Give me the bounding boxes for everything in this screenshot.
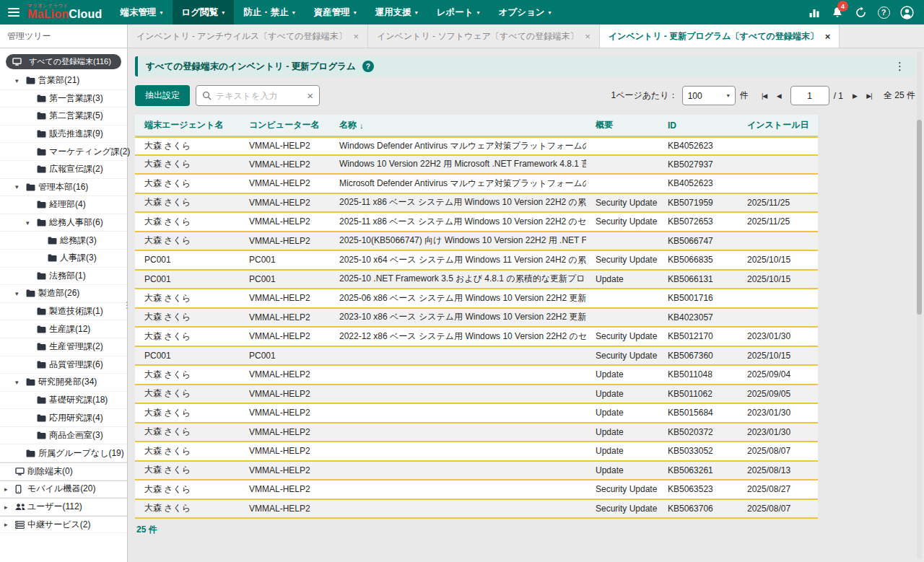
prev-page-button[interactable]: ◀ xyxy=(772,92,786,100)
column-header[interactable]: インストール日 xyxy=(738,119,818,131)
tree-item[interactable]: 第二営業課(5) xyxy=(0,107,127,126)
table-row[interactable]: 大森 さくらVMMAL-HELP2UpdateKB50110622025/09/… xyxy=(135,385,818,405)
table-row[interactable]: 大森 さくらVMMAL-HELP22025-10(KB5066747) 向け W… xyxy=(135,232,818,252)
tree-collapse-icon[interactable]: ▾ xyxy=(26,219,37,227)
tree-item[interactable]: ▸ユーザー(112) xyxy=(0,498,127,516)
table-cell: 2025/10/15 xyxy=(738,351,818,361)
reload-icon[interactable] xyxy=(850,2,871,22)
table-row[interactable]: 大森 さくらVMMAL-HELP2UpdateKB50330522025/08/… xyxy=(135,442,818,462)
table-row[interactable]: 大森 さくらVMMAL-HELP2Windows 10 Version 22H2… xyxy=(135,156,818,175)
table-row[interactable]: 大森 さくらVMMAL-HELP2Windows Defender Antivi… xyxy=(135,136,818,156)
clear-search-icon[interactable]: × xyxy=(307,89,313,102)
last-page-button[interactable]: ▶| xyxy=(862,92,876,100)
tree-item[interactable]: 総務課(3) xyxy=(0,232,127,250)
search-input[interactable] xyxy=(216,91,302,101)
table-cell: Update xyxy=(586,446,658,456)
tree-collapse-icon[interactable]: ▾ xyxy=(15,183,26,190)
tree-item[interactable]: ▾研究開発部(34) xyxy=(0,374,127,392)
table-row[interactable]: 大森 さくらVMMAL-HELP2UpdateKB50110482025/09/… xyxy=(135,366,818,385)
help-icon[interactable]: ? xyxy=(873,2,894,22)
table-row[interactable]: 大森 さくらVMMAL-HELP2Security UpdateKB506352… xyxy=(135,480,818,500)
nav-menu-item[interactable]: 運用支援▾ xyxy=(366,0,427,25)
tree-item[interactable]: 所属グループなし(19) xyxy=(0,444,127,462)
table-row[interactable]: PC001PC001Security UpdateKB50673602025/1… xyxy=(135,347,818,366)
table-row[interactable]: 大森 さくらVMMAL-HELP22022-12 x86 ベース システム用 W… xyxy=(135,328,818,347)
table-row[interactable]: 大森 さくらVMMAL-HELP22025-11 x86 ベース システム用 W… xyxy=(135,194,818,214)
panel-splitter-handle[interactable]: ⋮ xyxy=(123,294,131,316)
next-page-button[interactable]: ▶ xyxy=(847,92,862,100)
tree-item-label: 第二営業課(5) xyxy=(49,110,103,122)
app-logo[interactable]: マリオンクラウド MaLionCloud xyxy=(27,4,103,21)
tab-close-icon[interactable]: × xyxy=(353,31,359,42)
vertical-scrollbar[interactable] xyxy=(917,51,922,559)
tree-item[interactable]: 品質管理課(6) xyxy=(0,356,127,374)
nav-menu-item[interactable]: 資産管理▾ xyxy=(305,0,366,25)
tree-collapse-icon[interactable]: ▾ xyxy=(15,77,26,84)
hamburger-menu-icon[interactable] xyxy=(0,0,27,25)
tree-item[interactable]: ▸モバイル機器(20) xyxy=(0,480,127,499)
table-row[interactable]: PC001PC0012025-10 .NET Framework 3.5 および… xyxy=(135,271,818,290)
tree-item[interactable]: ▸中継サービス(2) xyxy=(0,516,127,534)
tree-item[interactable]: 削除端末(0) xyxy=(0,462,127,480)
column-header[interactable]: ID xyxy=(658,120,738,131)
tree-item[interactable]: 経理部(4) xyxy=(0,196,127,214)
tree-item[interactable]: 法務部(1) xyxy=(0,268,127,286)
table-row[interactable]: PC001PC0012025-10 x64 ベース システム用 Windows … xyxy=(135,251,818,271)
first-page-button[interactable]: |◀ xyxy=(757,92,772,100)
nav-menu-item[interactable]: ログ閲覧▾ xyxy=(173,0,235,25)
per-page-select[interactable]: 100 ▾ xyxy=(682,86,736,105)
column-header[interactable]: 名称↓ xyxy=(330,119,586,131)
kebab-menu-icon[interactable]: ⋮ xyxy=(892,60,907,73)
nav-menu-item[interactable]: レポート▾ xyxy=(427,0,489,25)
tree-expand-icon[interactable]: ▸ xyxy=(4,486,15,493)
tree-item[interactable]: ▾管理本部(16) xyxy=(0,179,127,197)
table-row[interactable]: 大森 さくらVMMAL-HELP2UpdateKB50203722023/01/… xyxy=(135,423,818,443)
tree-item[interactable]: 生産課(12) xyxy=(0,320,127,338)
tab[interactable]: インベントリ - ソフトウェア〔すべての登録端末〕× xyxy=(368,25,600,48)
tree-expand-icon[interactable]: ▸ xyxy=(4,521,15,528)
column-header[interactable]: 端末エージェント名 xyxy=(135,119,240,131)
extract-settings-button[interactable]: 抽出設定 xyxy=(135,85,190,106)
tree-item[interactable]: 広報宣伝課(2) xyxy=(0,161,127,179)
table-row[interactable]: 大森 さくらVMMAL-HELP22025-11 x86 ベース システム用 W… xyxy=(135,213,818,232)
nav-menu-item[interactable]: 端末管理▾ xyxy=(111,0,173,25)
table-row[interactable]: 大森 さくらVMMAL-HELP22023-10 x86 ベース システム用 W… xyxy=(135,309,818,328)
page-number-input[interactable] xyxy=(790,86,829,105)
help-badge-icon[interactable]: ? xyxy=(362,61,374,72)
tab-close-icon[interactable]: × xyxy=(585,31,590,42)
tree-item-label: 営業部(21) xyxy=(38,74,79,87)
tree-item[interactable]: 生産管理課(2) xyxy=(0,338,127,356)
tree-item[interactable]: マーケティング課(2) xyxy=(0,143,127,161)
tree-item[interactable]: 応用研究課(4) xyxy=(0,409,127,427)
tree-item[interactable]: 製造技術課(1) xyxy=(0,303,127,321)
usage-chart-icon[interactable] xyxy=(804,2,824,22)
tree-item[interactable]: 販売推進課(9) xyxy=(0,126,127,144)
table-cell: 2023/01/30 xyxy=(738,408,818,418)
tab[interactable]: インベントリ - アンチウイルス〔すべての登録端末〕× xyxy=(128,25,368,48)
tree-item[interactable]: ▾営業部(21) xyxy=(0,72,127,90)
account-icon[interactable] xyxy=(897,2,917,22)
tree-item[interactable]: 人事課(3) xyxy=(0,250,127,268)
tree-item[interactable]: 商品企画室(3) xyxy=(0,427,127,445)
table-row[interactable]: 大森 さくらVMMAL-HELP2UpdateKB50156842023/01/… xyxy=(135,404,818,423)
nav-menu-item[interactable]: オプション▾ xyxy=(489,0,561,25)
tab-close-icon[interactable]: × xyxy=(825,31,831,42)
table-row[interactable]: 大森 さくらVMMAL-HELP22025-06 x86 ベース システム用 W… xyxy=(135,289,818,309)
tree-item[interactable]: 基礎研究課(18) xyxy=(0,392,127,410)
tab[interactable]: インベントリ - 更新プログラム〔すべての登録端末〕× xyxy=(600,25,840,48)
column-header[interactable]: コンピューター名 xyxy=(240,119,330,131)
tree-item[interactable]: ▾総務人事部(6) xyxy=(0,214,127,232)
notifications-bell-icon[interactable]: 4 xyxy=(827,2,847,22)
tree-collapse-icon[interactable]: ▾ xyxy=(15,290,26,297)
scrollbar-thumb[interactable] xyxy=(917,120,922,315)
tree-collapse-icon[interactable]: ▾ xyxy=(15,379,26,386)
table-row[interactable]: 大森 さくらVMMAL-HELP2UpdateKB50632612025/08/… xyxy=(135,462,818,481)
table-row[interactable]: 大森 さくらVMMAL-HELP2Microsoft Defender Anti… xyxy=(135,175,818,194)
tree-root-all-devices[interactable]: すべての登録端末(116) xyxy=(6,54,121,69)
column-header[interactable]: 概要 xyxy=(586,119,658,131)
nav-menu-item[interactable]: 防止・禁止▾ xyxy=(234,0,305,25)
tree-item[interactable]: 第一営業課(3) xyxy=(0,90,127,108)
tree-expand-icon[interactable]: ▸ xyxy=(4,504,15,511)
table-row[interactable]: 大森 さくらVMMAL-HELP2Security UpdateKB506370… xyxy=(135,500,818,519)
tree-item[interactable]: ▾製造部(26) xyxy=(0,285,127,303)
